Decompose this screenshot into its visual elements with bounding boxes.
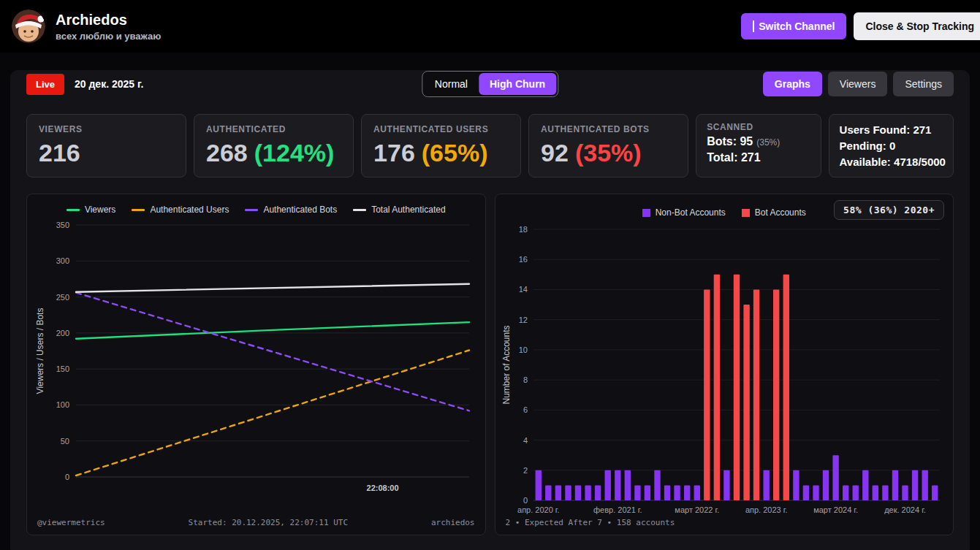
tab-settings[interactable]: Settings xyxy=(893,72,954,96)
non-bot-account-bar xyxy=(932,485,938,500)
svg-text:февр. 2021 г.: февр. 2021 г. xyxy=(593,505,642,514)
svg-text:14: 14 xyxy=(519,285,528,294)
non-bot-account-bar xyxy=(922,470,927,500)
non-bot-account-bar xyxy=(664,485,670,500)
non-bot-account-bar xyxy=(862,470,868,500)
bot-account-bar xyxy=(734,275,740,500)
non-bot-account-bar xyxy=(624,470,630,500)
stat-percent: (35%) xyxy=(575,139,642,167)
pending-line: Pending: 0 xyxy=(840,138,943,154)
stats-row: VIEWERS 216 AUTHENTICATED 268(124%) AUTH… xyxy=(26,114,954,177)
tab-viewers[interactable]: Viewers xyxy=(828,72,888,96)
svg-text:апр. 2020 г.: апр. 2020 г. xyxy=(517,505,560,514)
stat-value: 268(124%) xyxy=(206,140,341,165)
svg-text:16: 16 xyxy=(519,255,528,264)
bot-account-bar xyxy=(743,305,749,500)
non-bot-account-bar xyxy=(604,470,610,500)
mode-normal-button[interactable]: Normal xyxy=(424,73,479,95)
bot-account-bar xyxy=(713,275,719,500)
svg-text:Viewers / Users / Bots: Viewers / Users / Bots xyxy=(35,308,45,394)
legend-label: Authenticated Users xyxy=(150,205,229,215)
channel-info: Archiedos всех люблю и уважаю xyxy=(56,12,161,42)
legend-label: Bot Accounts xyxy=(755,207,806,218)
non-bot-account-bar xyxy=(595,485,601,500)
svg-text:дек. 2024 г.: дек. 2024 г. xyxy=(884,505,926,514)
legend-swatch xyxy=(642,209,650,217)
non-bot-account-bar xyxy=(843,485,848,500)
stat-card-scanned: SCANNED Bots: 95(35%) Total: 271 xyxy=(696,114,821,177)
non-bot-account-bar xyxy=(634,485,640,500)
stat-value: 216 xyxy=(39,140,174,165)
non-bot-account-bar xyxy=(813,485,818,500)
svg-text:6: 6 xyxy=(523,405,528,414)
charts-row: ViewersAuthenticated UsersAuthenticated … xyxy=(26,194,954,535)
svg-text:0: 0 xyxy=(65,473,69,481)
started-timestamp: Started: 20.12.2025, 22:07:11 UTC xyxy=(189,518,349,527)
line-chart-legend: ViewersAuthenticated UsersAuthenticated … xyxy=(33,202,479,218)
scanned-bots-value: Bots: 95 xyxy=(707,135,753,148)
svg-text:4: 4 xyxy=(523,436,528,445)
view-tabs: Graphs Viewers Settings xyxy=(763,72,954,96)
switch-channel-button[interactable]: Switch Channel xyxy=(741,13,846,39)
live-badge: Live xyxy=(26,74,64,95)
stat-card-authenticated-users: AUTHENTICATED USERS 176(65%) xyxy=(361,114,521,177)
non-bot-account-bar xyxy=(892,470,898,500)
legend-swatch xyxy=(245,209,258,211)
line-series-authenticated-bots xyxy=(76,293,469,411)
stat-label: SCANNED xyxy=(707,122,810,132)
svg-text:12: 12 xyxy=(519,316,528,324)
date-label: 20 дек. 2025 г. xyxy=(75,78,143,90)
svg-text:апр. 2023 г.: апр. 2023 г. xyxy=(745,505,788,514)
legend-item-non-bot-accounts[interactable]: Non-Bot Accounts xyxy=(642,207,726,218)
non-bot-account-bar xyxy=(565,485,571,500)
close-stop-tracking-button[interactable]: Close & Stop Tracking xyxy=(854,12,980,40)
stat-value: 92(35%) xyxy=(541,140,676,165)
account-age-badge: 58% (36%) 2020+ xyxy=(834,200,944,220)
legend-item-bot-accounts[interactable]: Bot Accounts xyxy=(742,207,806,218)
legend-label: Viewers xyxy=(85,205,115,215)
channel-status-text: всех люблю и уважаю xyxy=(56,31,161,42)
mode-high-churn-button[interactable]: High Churn xyxy=(479,73,556,95)
legend-swatch xyxy=(67,209,80,211)
scanned-bots-percent: (35%) xyxy=(756,137,780,148)
bar-chart-footer-note: 2 • Expected After 7 • 158 accounts xyxy=(506,518,675,527)
svg-text:18: 18 xyxy=(519,225,528,234)
controls-row: Live 20 дек. 2025 г. Normal High Churn G… xyxy=(26,70,954,98)
legend-item-total-authenticated[interactable]: Total Authenticated xyxy=(353,205,445,215)
svg-text:март 2022 г.: март 2022 г. xyxy=(675,505,719,514)
svg-text:март 2024 г.: март 2024 г. xyxy=(813,505,858,514)
bar-chart-canvas: 024681012141618апр. 2020 г.февр. 2021 г.… xyxy=(501,224,947,516)
stat-percent: (65%) xyxy=(422,139,488,167)
svg-text:100: 100 xyxy=(56,401,69,410)
svg-text:350: 350 xyxy=(56,221,69,229)
legend-item-authenticated-users[interactable]: Authenticated Users xyxy=(132,205,229,215)
text-cursor xyxy=(753,20,754,32)
legend-swatch xyxy=(132,209,145,211)
non-bot-account-bar xyxy=(654,470,660,500)
non-bot-account-bar xyxy=(802,485,808,500)
bar-chart-panel: Non-Bot AccountsBot Accounts 58% (36%) 2… xyxy=(495,194,954,535)
legend-swatch xyxy=(742,209,750,217)
non-bot-account-bar xyxy=(852,485,858,500)
stat-card-viewers: VIEWERS 216 xyxy=(26,114,186,177)
line-chart-footer: @viewermetrics Started: 20.12.2025, 22:0… xyxy=(33,516,479,530)
non-bot-account-bar xyxy=(912,470,918,500)
svg-text:10: 10 xyxy=(519,345,528,354)
line-series-total-authenticated xyxy=(76,284,469,292)
legend-item-viewers[interactable]: Viewers xyxy=(67,205,115,215)
svg-text:8: 8 xyxy=(523,375,528,384)
legend-item-authenticated-bots[interactable]: Authenticated Bots xyxy=(245,205,337,215)
tab-graphs[interactable]: Graphs xyxy=(763,72,822,96)
channel-slug: archiedos xyxy=(431,518,475,527)
line-chart-panel: ViewersAuthenticated UsersAuthenticated … xyxy=(26,194,486,535)
non-bot-account-bar xyxy=(535,470,541,500)
legend-swatch xyxy=(353,209,366,211)
avatar-image xyxy=(12,9,45,43)
tracking-dashboard: Live 20 дек. 2025 г. Normal High Churn G… xyxy=(10,70,970,550)
non-bot-account-bar xyxy=(882,485,888,500)
non-bot-account-bar xyxy=(832,455,838,500)
line-series-viewers xyxy=(76,322,469,339)
non-bot-account-bar xyxy=(644,485,650,500)
non-bot-account-bar xyxy=(793,470,799,500)
non-bot-account-bar xyxy=(902,485,908,500)
